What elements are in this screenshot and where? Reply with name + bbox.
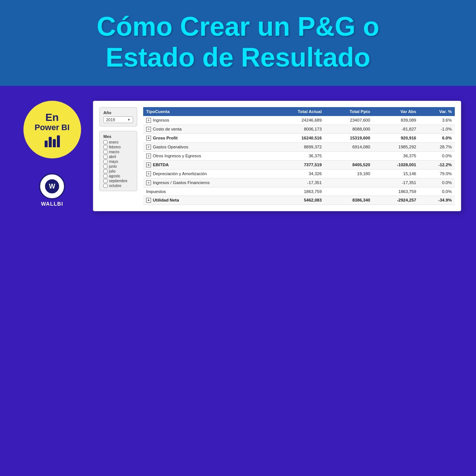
cell-9-0: 5462,083 <box>270 196 325 205</box>
cell-2-0: 16240,516 <box>270 134 325 142</box>
expand-icon-5[interactable]: + <box>146 163 151 167</box>
checkbox-junio[interactable] <box>103 164 107 168</box>
month-checkbox-mayo[interactable]: mayo <box>103 160 133 164</box>
table-row: +Utilidad Neta5462,0838386,340-2924,257-… <box>143 196 455 205</box>
wallbi-svg: W <box>44 178 60 194</box>
col-header-3: Var Abs <box>373 107 419 116</box>
expand-icon-7[interactable]: + <box>146 180 151 185</box>
checkbox-septiembre[interactable] <box>103 179 107 183</box>
year-dropdown-arrow: ▼ <box>127 118 131 122</box>
month-checkbox-agosto[interactable]: agosto <box>103 174 133 178</box>
cell-8-0: 1863,759 <box>270 187 325 196</box>
main-title: Cómo Crear un P&G o Estado de Resultado <box>22 11 454 73</box>
checkbox-mayo[interactable] <box>103 160 107 164</box>
pbi-bar-chart <box>45 134 60 147</box>
month-checkbox-abril[interactable]: abril <box>103 155 133 159</box>
en-powerbi-badge: En Power BI <box>23 101 81 158</box>
month-checkbox-marzo[interactable]: marzo <box>103 150 133 154</box>
year-select[interactable]: 2019 ▼ <box>103 116 133 123</box>
table-row: +Ingresos / Gastos Financieros-17,351-17… <box>143 178 455 187</box>
svg-text:W: W <box>49 183 55 190</box>
bar3 <box>53 139 56 147</box>
expand-icon-0[interactable]: + <box>146 118 151 123</box>
bar4 <box>57 135 60 147</box>
data-table-wrap: TipoCuentaTotal ActualTotal PptoVar AbsV… <box>143 107 455 205</box>
table-body: +Ingresos24246,68923407,600839,0893.6%+C… <box>143 116 455 205</box>
cell-7-1 <box>325 178 373 187</box>
col-header-4: Var. % <box>419 107 455 116</box>
expand-icon-2[interactable]: + <box>146 136 151 141</box>
table-row: +EBITDA7377,5198405,520-1028,001-12.2% <box>143 160 455 169</box>
cell-2-2: 920,916 <box>373 134 419 142</box>
row-label-5: +EBITDA <box>143 160 270 169</box>
cell-5-3: -12.2% <box>419 160 455 169</box>
expand-icon-4[interactable]: + <box>146 154 151 158</box>
checkbox-julio[interactable] <box>103 169 107 173</box>
checkbox-marzo[interactable] <box>103 150 107 154</box>
expand-icon-9[interactable]: + <box>146 198 151 203</box>
checkbox-abril[interactable] <box>103 155 107 159</box>
wallbi-label: WALLBI <box>41 201 63 207</box>
cell-2-1: 15319,600 <box>325 134 373 142</box>
month-checkbox-list: enerofebreromarzoabrilmayojuniojulioagos… <box>103 140 133 188</box>
checkbox-octubre[interactable] <box>103 184 107 188</box>
expand-icon-6[interactable]: + <box>146 171 151 176</box>
cell-8-1 <box>325 187 373 196</box>
month-checkbox-enero[interactable]: enero <box>103 140 133 144</box>
row-label-7: +Ingresos / Gastos Financieros <box>143 178 270 187</box>
cell-8-2: 1863,759 <box>373 187 419 196</box>
table-row: +Depreciación y Amortización34,32619,180… <box>143 169 455 178</box>
checkbox-febrero[interactable] <box>103 145 107 149</box>
cell-6-1: 19,180 <box>325 169 373 178</box>
month-checkbox-julio[interactable]: julio <box>103 169 133 173</box>
cell-1-3: -1.0% <box>419 125 455 134</box>
row-label-0: +Ingresos <box>143 116 270 125</box>
row-label-3: +Gastos Operativos <box>143 142 270 151</box>
cell-6-2: 15,146 <box>373 169 419 178</box>
badge-en-text: En <box>45 112 59 123</box>
table-row: +Otros Ingresos y Egresos36,37536,3750.0… <box>143 151 455 160</box>
cell-5-0: 7377,519 <box>270 160 325 169</box>
checkbox-enero[interactable] <box>103 140 107 144</box>
row-label-1: +Costo de venta <box>143 125 270 134</box>
checkbox-agosto[interactable] <box>103 174 107 178</box>
bar2 <box>49 137 52 147</box>
cell-8-3: 0.0% <box>419 187 455 196</box>
cell-9-3: -34.9% <box>419 196 455 205</box>
row-label-8: Impuestos <box>143 187 270 196</box>
expand-icon-3[interactable]: + <box>146 145 151 149</box>
cell-7-3: 0.0% <box>419 178 455 187</box>
cell-9-1: 8386,340 <box>325 196 373 205</box>
month-checkbox-febrero[interactable]: febrero <box>103 145 133 149</box>
table-row: +Ingresos24246,68923407,600839,0893.6% <box>143 116 455 125</box>
row-label-4: +Otros Ingresos y Egresos <box>143 151 270 160</box>
expand-icon-1[interactable]: + <box>146 127 151 132</box>
financial-table: TipoCuentaTotal ActualTotal PptoVar AbsV… <box>143 107 455 205</box>
month-checkbox-junio[interactable]: junio <box>103 164 133 168</box>
year-filter-label: Año <box>103 110 133 115</box>
cell-3-2: 1985,292 <box>373 142 419 151</box>
cell-1-0: 8006,173 <box>270 125 325 134</box>
month-filter-label: Mes <box>103 134 133 139</box>
left-column: En Power BI W WALLBI <box>22 101 82 207</box>
row-label-9: +Utilidad Neta <box>143 196 270 205</box>
content-area: En Power BI W WALLBI <box>0 86 476 226</box>
cell-4-3: 0.0% <box>419 151 455 160</box>
cell-7-0: -17,351 <box>270 178 325 187</box>
row-label-6: +Depreciación y Amortización <box>143 169 270 178</box>
month-checkbox-octubre[interactable]: octubre <box>103 184 133 188</box>
cell-7-2: -17,351 <box>373 178 419 187</box>
filters-panel: Año 2019 ▼ Mes enerofebreromarzoabrilmay… <box>99 107 137 205</box>
row-label-2: +Gross Profit <box>143 134 270 142</box>
year-filter-card: Año 2019 ▼ <box>99 107 137 126</box>
cell-3-0: 8899,372 <box>270 142 325 151</box>
cell-0-2: 839,089 <box>373 116 419 125</box>
cell-1-2: -81,827 <box>373 125 419 134</box>
month-checkbox-septiembre[interactable]: septiembre <box>103 179 133 183</box>
header-band: Cómo Crear un P&G o Estado de Resultado <box>0 0 476 86</box>
cell-3-3: 28.7% <box>419 142 455 151</box>
cell-4-2: 36,375 <box>373 151 419 160</box>
cell-6-0: 34,326 <box>270 169 325 178</box>
cell-5-2: -1028,001 <box>373 160 419 169</box>
badge-powerbi-text: Power BI <box>35 123 70 132</box>
